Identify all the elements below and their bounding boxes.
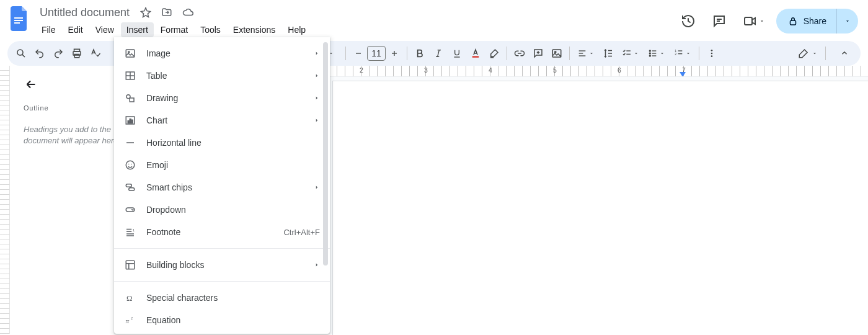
italic-icon[interactable] [430, 45, 447, 62]
share-label: Share [804, 16, 826, 26]
increase-font-size[interactable] [386, 45, 403, 62]
search-menus-icon[interactable] [12, 45, 30, 62]
margin-marker-icon[interactable] [679, 71, 686, 77]
app-header: Untitled document FileEditViewInsertForm… [0, 0, 868, 37]
meet-icon[interactable] [738, 9, 770, 34]
outline-title: Outline [24, 104, 123, 112]
highlight-icon[interactable] [485, 45, 503, 62]
document-page[interactable] [332, 81, 868, 335]
shortcut-label: Ctrl+Alt+F [283, 228, 320, 237]
line-spacing-icon[interactable] [600, 45, 617, 62]
add-comment-icon[interactable] [529, 45, 547, 62]
insert-drawing[interactable]: Drawing [114, 87, 330, 109]
bold-icon[interactable] [411, 45, 428, 62]
menu-view[interactable]: View [90, 22, 120, 37]
text-color-icon[interactable] [467, 45, 484, 62]
svg-point-34 [649, 55, 650, 56]
more-tools-icon[interactable] [703, 45, 720, 62]
insert-chart[interactable]: Chart [114, 109, 330, 132]
font-size-input[interactable] [367, 46, 386, 61]
insert-image[interactable]: Image [114, 42, 330, 65]
svg-point-59 [131, 164, 133, 165]
menu-format[interactable]: Format [155, 22, 193, 37]
pi-icon: π2 [124, 314, 136, 326]
svg-point-33 [649, 53, 650, 54]
menu-item-label: Emoji [146, 160, 320, 170]
footnote-icon: 1 [124, 226, 136, 238]
document-title[interactable]: Untitled document [37, 6, 132, 19]
underline-icon[interactable] [448, 45, 466, 62]
svg-point-23 [555, 51, 556, 53]
outline-hint: Headings you add to the document will ap… [24, 124, 123, 146]
cloud-status-icon[interactable] [182, 6, 194, 19]
checklist-dropdown[interactable] [618, 45, 643, 62]
svg-rect-2 [14, 22, 20, 24]
submenu-arrow-icon [314, 117, 320, 123]
menu-file[interactable]: File [36, 22, 61, 37]
ruler-number: 3 [394, 66, 458, 74]
insert-building[interactable]: Building blocks [114, 254, 330, 276]
redo-icon[interactable] [50, 45, 67, 62]
svg-text:2: 2 [675, 52, 676, 56]
comments-icon[interactable] [707, 9, 732, 34]
share-dropdown[interactable] [837, 9, 858, 34]
insert-image-icon[interactable] [548, 45, 565, 62]
insert-smartchips[interactable]: Smart chips [114, 176, 330, 199]
emoji-icon [124, 159, 136, 171]
insert-equation[interactable]: π2Equation [114, 309, 330, 331]
chips-icon [124, 181, 136, 194]
bulleted-list-dropdown[interactable] [644, 45, 669, 62]
insert-hr[interactable]: Horizontal line [114, 132, 330, 154]
insert-table[interactable]: Table [114, 65, 330, 87]
svg-rect-53 [128, 121, 129, 123]
menu-item-label: Building blocks [146, 260, 304, 270]
ruler-number: 5 [523, 66, 587, 74]
submenu-arrow-icon [314, 95, 320, 101]
docs-logo[interactable] [7, 6, 32, 31]
svg-rect-54 [130, 119, 131, 123]
menu-edit[interactable]: Edit [63, 22, 89, 37]
last-edit-icon[interactable] [676, 9, 701, 34]
share-button[interactable]: Share [776, 9, 836, 34]
menu-help[interactable]: Help [282, 22, 311, 37]
undo-icon[interactable] [31, 45, 48, 62]
spellcheck-icon[interactable] [87, 45, 104, 62]
align-dropdown[interactable] [574, 45, 598, 62]
menu-item-label: Equation [146, 315, 320, 325]
svg-point-7 [17, 50, 23, 55]
share-button-group: Share [776, 9, 858, 34]
table-icon [124, 69, 136, 82]
submenu-arrow-icon [314, 50, 320, 56]
print-icon[interactable] [68, 45, 86, 62]
insert-dropdown[interactable]: Dropdown [114, 199, 330, 221]
insert-emoji[interactable]: Emoji [114, 154, 330, 176]
menu-divider [114, 248, 330, 249]
insert-specialchars[interactable]: ΩSpecial characters [114, 287, 330, 309]
svg-text:π: π [126, 317, 130, 324]
menu-item-label: Chart [146, 115, 304, 125]
menu-extensions[interactable]: Extensions [228, 22, 281, 37]
ruler-number: 2 [329, 66, 394, 74]
drawing-icon [124, 92, 136, 104]
menu-insert[interactable]: Insert [121, 22, 154, 37]
hr-icon [124, 136, 136, 149]
ruler-number: 6 [587, 66, 652, 74]
decrease-font-size[interactable] [350, 45, 367, 62]
insert-footnote[interactable]: 1FootnoteCtrl+Alt+F [114, 221, 330, 243]
svg-rect-61 [129, 188, 135, 191]
omega-icon: Ω [124, 292, 136, 304]
menu-item-label: Horizontal line [146, 138, 320, 148]
submenu-arrow-icon [314, 262, 320, 268]
numbered-list-dropdown[interactable]: 12 [670, 45, 695, 62]
move-icon[interactable] [161, 6, 173, 19]
menu-scrollbar[interactable] [322, 42, 329, 329]
collapse-toolbar-icon[interactable] [833, 45, 856, 62]
svg-text:Ω: Ω [126, 294, 132, 303]
outline-back-icon[interactable] [24, 77, 38, 92]
insert-link-icon[interactable] [511, 45, 528, 62]
menu-tools[interactable]: Tools [195, 22, 226, 37]
editing-mode-dropdown[interactable] [792, 45, 822, 62]
menu-item-label: Special characters [146, 293, 320, 303]
star-icon[interactable] [140, 6, 152, 19]
menu-item-label: Image [146, 48, 304, 58]
